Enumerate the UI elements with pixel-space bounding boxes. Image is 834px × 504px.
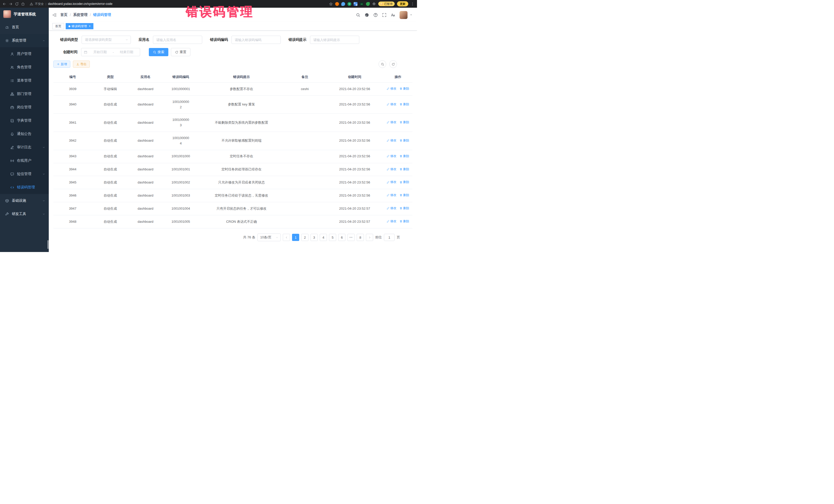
app-title: 芋道管理系统 <box>14 12 36 17</box>
page-button[interactable]: 4 <box>320 234 327 241</box>
page-button[interactable]: 6 <box>338 234 345 241</box>
error-type-select[interactable]: 请选择错误码类型 <box>82 36 131 44</box>
delete-link[interactable]: 删除 <box>399 206 409 211</box>
sidebar-item-dev-tools[interactable]: 研发工具 <box>0 207 49 221</box>
page-button[interactable]: 1 <box>292 234 299 241</box>
cell-hint: 不允许获取敏感配置到前端 <box>199 132 284 150</box>
github-icon[interactable] <box>365 13 369 17</box>
edit-link[interactable]: 修改 <box>387 154 396 159</box>
sidebar-item-home[interactable]: 首页 <box>0 21 49 34</box>
cell-type: 自动生成 <box>92 114 128 132</box>
sidebar-item-post[interactable]: 岗位管理 <box>0 101 49 114</box>
sidebar-item-infra[interactable]: 基础设施 <box>0 194 49 207</box>
avatar-caret-icon[interactable] <box>410 14 412 16</box>
header-search-icon[interactable] <box>356 13 360 17</box>
app-logo[interactable]: 芋道管理系统 <box>0 8 49 21</box>
sidebar-item-role[interactable]: 角色管理 <box>0 61 49 74</box>
home-icon[interactable] <box>21 2 25 6</box>
sidebar-item-audit-log[interactable]: 审计日志 <box>0 140 49 154</box>
sidebar-item-sms[interactable]: 短信管理 <box>0 167 49 181</box>
delete-link[interactable]: 删除 <box>399 102 409 107</box>
fullscreen-icon[interactable] <box>382 13 387 17</box>
delete-link[interactable]: 删除 <box>399 138 409 143</box>
add-button[interactable]: 新增 <box>53 61 70 68</box>
sidebar-item-online-users[interactable]: 在线用户 <box>0 154 49 167</box>
edit-link[interactable]: 修改 <box>387 180 396 184</box>
collapse-sidebar-icon[interactable] <box>52 13 57 17</box>
cell-actions: 修改删除 <box>383 114 412 132</box>
page-button[interactable]: 5 <box>329 234 336 241</box>
sidebar-item-dept[interactable]: 部门管理 <box>0 87 49 101</box>
sidebar-item-user[interactable]: 用户管理 <box>0 47 49 61</box>
delete-link[interactable]: 删除 <box>399 120 409 125</box>
tab-首页[interactable]: 首页 <box>52 23 64 29</box>
extension-icon[interactable] <box>354 2 357 6</box>
edit-link[interactable]: 修改 <box>387 193 396 198</box>
app-name-input[interactable] <box>153 36 202 44</box>
cell-time: 2021-04-20 23:52:56 <box>326 150 383 163</box>
pencil-icon <box>387 220 390 223</box>
delete-link[interactable]: 删除 <box>399 219 409 224</box>
export-button[interactable]: 导出 <box>73 61 90 68</box>
help-icon[interactable] <box>373 13 378 17</box>
paused-badge[interactable]: 已暂停 <box>378 2 395 6</box>
font-size-icon[interactable] <box>391 13 395 17</box>
user-avatar[interactable] <box>399 11 408 19</box>
goto-page-input[interactable] <box>384 234 395 241</box>
reset-button[interactable]: 重置 <box>171 48 191 56</box>
extension-icon[interactable]: V <box>348 2 351 6</box>
refresh-table-button[interactable] <box>389 60 397 68</box>
sidebar-item-menu[interactable]: 菜单管理 <box>0 74 49 87</box>
update-button[interactable]: 更新 <box>397 1 408 6</box>
edit-link[interactable]: 修改 <box>387 138 396 143</box>
cell-code: 1001000001 <box>162 83 199 96</box>
sidebar-item-notice[interactable]: 通知公告 <box>0 127 49 140</box>
delete-link[interactable]: 删除 <box>399 167 409 172</box>
extension-icon[interactable] <box>335 2 339 6</box>
extension-icon[interactable] <box>366 2 370 6</box>
tab-close-icon[interactable]: × <box>89 24 91 28</box>
delete-link[interactable]: 删除 <box>399 154 409 159</box>
delete-link[interactable]: 删除 <box>399 86 409 91</box>
edit-link[interactable]: 修改 <box>387 219 396 224</box>
sidebar-item-system[interactable]: 系统管理 <box>0 34 49 47</box>
extension-icon[interactable] <box>341 2 345 6</box>
prev-page-button[interactable] <box>283 234 290 241</box>
table-row: 3948自动生成dashboard1001001005CRON 表达式不正确20… <box>53 215 412 228</box>
page-button[interactable]: 2 <box>301 234 308 241</box>
forward-icon[interactable] <box>9 2 13 6</box>
delete-link[interactable]: 删除 <box>399 180 409 184</box>
edit-link[interactable]: 修改 <box>387 102 396 107</box>
page-button[interactable]: 3 <box>310 234 318 241</box>
browser-menu-icon[interactable] <box>411 2 414 6</box>
bookmark-star-icon[interactable] <box>329 2 333 6</box>
extension-icon[interactable]: on <box>360 2 364 6</box>
edit-link[interactable]: 修改 <box>387 206 396 211</box>
breadcrumb-item[interactable]: 首页 <box>60 13 67 17</box>
toggle-search-button[interactable] <box>378 60 386 68</box>
toolbar-right <box>378 60 412 68</box>
next-page-button[interactable] <box>366 234 373 241</box>
edit-link[interactable]: 修改 <box>387 120 396 125</box>
edit-link[interactable]: 修改 <box>387 167 396 172</box>
back-icon[interactable] <box>3 2 6 6</box>
extensions-puzzle-icon[interactable] <box>372 2 376 6</box>
sidebar-scrollbar[interactable] <box>47 240 48 249</box>
breadcrumb-item[interactable]: 系统管理 <box>73 13 88 17</box>
cell-type: 自动生成 <box>92 150 128 163</box>
error-code-input[interactable] <box>232 36 281 44</box>
page-button[interactable]: 8 <box>357 234 364 241</box>
reload-icon[interactable] <box>15 2 19 6</box>
edit-link[interactable]: 修改 <box>387 86 396 91</box>
sidebar-item-dict[interactable]: 字典管理 <box>0 114 49 127</box>
date-range-picker[interactable]: 开始日期 - 结束日期 <box>81 48 140 56</box>
address-bar[interactable]: 不安全 | dashboard.yudao.iocoder.cn/system/… <box>27 1 327 7</box>
delete-link[interactable]: 删除 <box>399 193 409 198</box>
page-ellipsis[interactable]: ••• <box>348 234 355 241</box>
tab-错误码管理[interactable]: 错误码管理× <box>66 23 93 29</box>
error-hint-input[interactable] <box>310 36 359 44</box>
error-code-table: 编号类型应用名错误码编码错误码提示备注创建时间操作 3939手动编辑dashbo… <box>53 72 412 228</box>
search-button[interactable]: 搜索 <box>149 48 168 56</box>
page-size-select[interactable]: 10条/页 <box>257 234 281 241</box>
sidebar-item-error-code[interactable]: 错误码管理 <box>0 181 49 194</box>
